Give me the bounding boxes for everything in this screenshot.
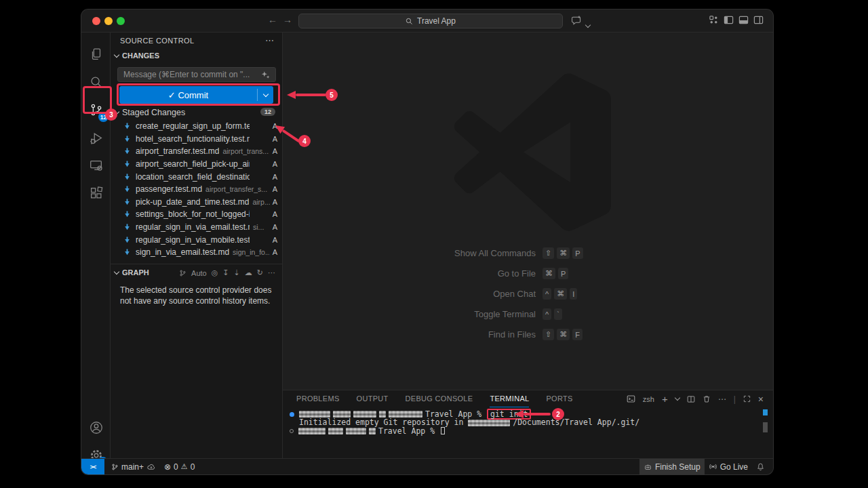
file-status: A bbox=[270, 236, 277, 244]
commit-dropdown[interactable] bbox=[257, 89, 273, 101]
warning-icon: ⚠ bbox=[181, 462, 188, 471]
toggle-panel-icon[interactable] bbox=[738, 15, 749, 28]
check-icon: ✓ bbox=[168, 90, 176, 100]
staged-file-row[interactable]: airport_search_field_pick-up_airpor... A bbox=[111, 158, 283, 171]
problems-status-item[interactable]: ⊗ 0 ⚠ 0 bbox=[160, 459, 199, 474]
graph-more-icon[interactable]: ⋯ bbox=[268, 268, 275, 277]
commit-message-input[interactable]: Message (⌘Enter to commit on "... bbox=[117, 67, 276, 82]
graph-fetch-icon[interactable]: ↧ bbox=[222, 268, 229, 277]
minimize-traffic-light[interactable] bbox=[104, 17, 113, 25]
file-desc: airport_trans... bbox=[222, 147, 269, 155]
file-name: sign_in_via_email.test.md bbox=[136, 247, 229, 257]
copilot-chat-icon[interactable] bbox=[571, 15, 582, 28]
remote-indicator[interactable]: >< bbox=[81, 459, 104, 475]
graph-pull-icon[interactable]: ⇣ bbox=[234, 268, 240, 277]
chevron-down-icon[interactable] bbox=[586, 18, 590, 30]
graph-section-header[interactable]: GRAPH bbox=[115, 268, 149, 277]
file-status: A bbox=[270, 135, 277, 143]
file-status: A bbox=[270, 160, 277, 168]
sidebar-title: SOURCE CONTROL bbox=[120, 37, 195, 45]
terminal-scrollbar[interactable] bbox=[763, 422, 768, 432]
staged-file-row[interactable]: pick-up_date_and_time.test.md airp... A bbox=[111, 196, 283, 209]
changes-label: CHANGES bbox=[122, 52, 159, 60]
changes-section-header[interactable]: CHANGES bbox=[115, 52, 159, 60]
close-panel-icon[interactable]: × bbox=[758, 394, 764, 405]
panel-more-icon[interactable]: ⋯ bbox=[718, 394, 726, 404]
tab-problems[interactable]: PROBLEMS bbox=[296, 390, 340, 407]
run-debug-icon[interactable] bbox=[81, 125, 111, 152]
staged-file-row[interactable]: location_search_field_destination_l... A bbox=[111, 170, 283, 183]
file-status: A bbox=[270, 210, 277, 218]
branch-status-item[interactable]: main+ bbox=[107, 459, 160, 474]
search-value: Travel App bbox=[417, 16, 456, 26]
commit-button[interactable]: ✓ Commit bbox=[119, 86, 273, 104]
forward-arrow-icon[interactable]: → bbox=[281, 14, 294, 25]
staged-file-row[interactable]: create_regular_sign_up_form.test.md A bbox=[111, 120, 283, 133]
title-bar: ← → Travel App bbox=[81, 9, 773, 33]
shortcut-row: Find in Files ⇧⌘F bbox=[283, 329, 773, 340]
graph-auto-label[interactable]: Auto bbox=[191, 269, 207, 277]
staged-changes-header[interactable]: Staged Changes bbox=[115, 108, 185, 117]
vscode-logo-watermark bbox=[448, 71, 611, 237]
scrollbar-marker bbox=[763, 409, 768, 415]
terminal-icon bbox=[627, 394, 635, 403]
terminal-cursor bbox=[441, 427, 445, 434]
staged-file-row[interactable]: sign_in_via_email.test.md sign_in_fo... … bbox=[111, 246, 283, 259]
editor-area: Show All Commands ⇧⌘P Go to File ⌘P Open… bbox=[283, 33, 773, 390]
tab-output[interactable]: OUTPUT bbox=[357, 390, 389, 407]
staged-file-row[interactable]: hotel_search_functionality.test.md A bbox=[111, 133, 283, 146]
staged-count-badge: 12 bbox=[260, 108, 275, 116]
activity-bar: 12 1 bbox=[81, 33, 111, 458]
sidebar-more-actions-icon[interactable]: ⋯ bbox=[265, 35, 274, 45]
file-status: A bbox=[270, 185, 277, 193]
key: ⌘ bbox=[542, 268, 555, 279]
back-arrow-icon[interactable]: ← bbox=[266, 14, 279, 25]
sparkle-icon[interactable] bbox=[261, 70, 270, 79]
staged-file-row[interactable]: airport_transfer.test.md airport_trans..… bbox=[111, 145, 283, 158]
search-activity-icon[interactable] bbox=[81, 68, 111, 96]
shortcut-label: Open Chat bbox=[283, 289, 542, 299]
graph-target-icon[interactable]: ◎ bbox=[212, 268, 218, 277]
staged-file-row[interactable]: passenger.test.md airport_transfer_s... … bbox=[111, 183, 283, 196]
toggle-secondary-sidebar-icon[interactable] bbox=[753, 15, 764, 28]
close-traffic-light[interactable] bbox=[92, 17, 100, 25]
extensions-icon[interactable] bbox=[81, 180, 111, 207]
split-terminal-icon[interactable] bbox=[687, 395, 695, 403]
terminal-dropdown-icon[interactable] bbox=[674, 395, 679, 401]
terminal-output[interactable]: Travel App % git init Initialized empty … bbox=[290, 410, 639, 435]
accounts-icon[interactable] bbox=[81, 414, 111, 441]
staged-add-icon bbox=[123, 122, 131, 130]
remote-explorer-icon[interactable] bbox=[81, 152, 111, 179]
tab-ports[interactable]: PORTS bbox=[546, 390, 572, 407]
command-center-search[interactable]: Travel App bbox=[298, 14, 563, 28]
notifications-bell-icon[interactable] bbox=[752, 459, 773, 474]
shortcut-row: Go to File ⌘P bbox=[283, 268, 773, 279]
bottom-panel: PROBLEMS OUTPUT DEBUG CONSOLE TERMINAL P… bbox=[283, 390, 773, 458]
tab-terminal[interactable]: TERMINAL bbox=[490, 390, 529, 407]
staged-file-row[interactable]: regular_sign_in_via_email.test.md si... … bbox=[111, 221, 283, 234]
maximize-traffic-light[interactable] bbox=[117, 17, 125, 25]
staged-add-icon bbox=[123, 210, 131, 218]
file-status: A bbox=[270, 248, 277, 256]
file-name: regular_sign_in_via_email.test.md bbox=[136, 222, 250, 232]
toggle-primary-sidebar-icon[interactable] bbox=[724, 15, 734, 28]
maximize-panel-icon[interactable] bbox=[743, 395, 751, 403]
staged-file-row[interactable]: settings_block_for_not_logged-in_u... A bbox=[111, 208, 283, 221]
copilot-face-icon bbox=[644, 463, 652, 471]
go-live-button[interactable]: Go Live bbox=[705, 459, 752, 474]
file-name: airport_search_field_pick-up_airpor... bbox=[136, 159, 250, 169]
graph-refresh-icon[interactable]: ↻ bbox=[257, 268, 263, 277]
customize-layout-icon[interactable] bbox=[709, 15, 719, 28]
key: P bbox=[558, 268, 568, 279]
source-control-sidebar: SOURCE CONTROL ⋯ CHANGES Message (⌘Enter… bbox=[111, 33, 283, 458]
output-text: Initialized empty Git repository in bbox=[299, 418, 468, 426]
kill-terminal-icon[interactable] bbox=[703, 394, 711, 403]
output-path: /Documents/Travel App/.git/ bbox=[513, 418, 639, 426]
staged-file-row[interactable]: regular_sign_in_via_mobile.test.md... A bbox=[111, 233, 283, 246]
graph-cloud-icon[interactable]: ☁ bbox=[245, 268, 252, 277]
tab-debug-console[interactable]: DEBUG CONSOLE bbox=[406, 390, 473, 407]
finish-setup-button[interactable]: Finish Setup bbox=[639, 459, 705, 474]
key: ^ bbox=[542, 308, 551, 320]
new-terminal-icon[interactable]: + bbox=[662, 393, 668, 405]
explorer-icon[interactable] bbox=[81, 41, 111, 68]
